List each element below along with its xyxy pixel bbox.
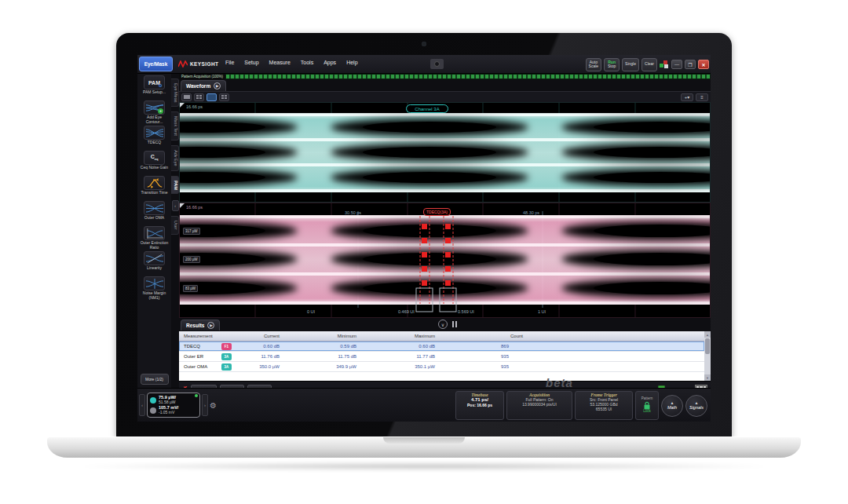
- pane-menu-icon[interactable]: ≡: [696, 93, 708, 101]
- eye-mask-mode-button[interactable]: Eye/Mask: [139, 57, 173, 71]
- sidebar-item-noise-margin[interactable]: Noise Margin (NM1): [138, 276, 170, 300]
- layout-grid-button[interactable]: [219, 93, 229, 101]
- body: PAM ⚙ PAM Setup... + Add Eye Contour... …: [137, 74, 711, 388]
- restore-button[interactable]: ❐: [685, 60, 696, 69]
- add-pane-button[interactable]: +▾: [681, 93, 693, 101]
- minimize-button[interactable]: —: [671, 60, 682, 69]
- brand-text: KEYSIGHT: [190, 61, 218, 67]
- menu-tools[interactable]: Tools: [301, 60, 313, 65]
- sidebar-item-add-eye-contour[interactable]: + Add Eye Contour...: [138, 100, 170, 124]
- tdecq-marker-badge[interactable]: TDECQ(3A): [423, 208, 451, 216]
- acquisition-progress: [225, 74, 711, 79]
- layout-stacked-button[interactable]: [207, 93, 217, 101]
- axis-label-1ui: 1 UI: [538, 309, 546, 314]
- plus-icon: +: [158, 108, 163, 114]
- col-minimum: Minimum: [286, 334, 363, 338]
- app-screen: Eye/Mask KEYSIGHT File Setup Measure Too…: [137, 55, 711, 422]
- statusbar-right-cluster: Timebase 4.71 ps/ Pos: 16.66 ps Acquisit…: [455, 391, 707, 420]
- menu-setup[interactable]: Setup: [244, 60, 258, 65]
- tab-eye-meas[interactable]: Eye Meas: [171, 79, 179, 107]
- close-button[interactable]: ✕: [698, 60, 709, 69]
- more-tools-button[interactable]: More (1/2): [141, 374, 169, 385]
- sidebar-item-pam-setup[interactable]: PAM ⚙ PAM Setup...: [138, 75, 170, 99]
- tab-mask-test[interactable]: Mask Test: [171, 111, 179, 141]
- acquisition-panel[interactable]: Acquisition Full Pattern: On 13.99000034…: [506, 391, 572, 420]
- collapse-results-icon[interactable]: ∨: [438, 320, 448, 329]
- eye-diagram-channel-3a[interactable]: 16.66 ps Channel 3A: [179, 102, 711, 203]
- play-icon[interactable]: ▶: [207, 322, 214, 329]
- chevron-left-icon[interactable]: ‹: [139, 394, 145, 416]
- tab-user[interactable]: User: [171, 216, 179, 235]
- pin-results-icon[interactable]: [452, 321, 457, 327]
- acquisition-label: Pattern Acquisition (100%): [179, 74, 225, 79]
- scroll-up-icon[interactable]: ▲: [704, 331, 711, 338]
- eye-diagram-tdecq[interactable]: 16.66 ps 30.50 ps 48.30 ps TDECQ(3A) 317…: [179, 203, 711, 318]
- menu-file[interactable]: File: [225, 60, 234, 65]
- pattern-lock-button[interactable]: Pattern Lock: [635, 391, 659, 420]
- tab-pam[interactable]: PAM: [171, 176, 179, 195]
- tab-adv-eye[interactable]: Adv Eye: [171, 145, 179, 170]
- sidebar-item-ceq-noise-gain[interactable]: Ceq Ceq Noise Gain: [138, 151, 170, 174]
- table-row-outer-er[interactable]: Outer ER 3A 11.76 dB 11.75 dB 11.77 dB 9…: [179, 352, 704, 362]
- gear-icon[interactable]: ⚙: [210, 401, 217, 410]
- waveform-tab[interactable]: Waveform ▶: [181, 80, 226, 91]
- axis-label-0469ui: 0.469 UI: [398, 309, 415, 314]
- cyan-eye-plot: [180, 103, 710, 202]
- threshold-label-middle: 200 µW: [183, 256, 200, 263]
- laptop-shadow: [71, 462, 777, 471]
- layout-quad-button[interactable]: [194, 93, 204, 101]
- sidebar-item-outer-oma[interactable]: Outer OMA: [138, 201, 170, 225]
- sidebar-item-transition-time[interactable]: Transition Time: [138, 176, 170, 199]
- layout-single-button[interactable]: [181, 93, 192, 101]
- webcam-dot: [422, 42, 426, 46]
- linearity-icon: [146, 254, 163, 264]
- marker-left-label: 30.50 ps: [345, 210, 361, 215]
- status-bar: beta ‹ 75.9 µW/51.58 µW 105.7 mV/-1.05 m…: [137, 388, 711, 422]
- table-row-outer-oma[interactable]: Outer OMA 3A 350.0 µW 349.9 µW 350.1 µW …: [179, 362, 704, 372]
- timebase-panel[interactable]: Timebase 4.71 ps/ Pos: 16.66 ps: [455, 391, 504, 420]
- channel-3a-badge[interactable]: Channel 3A: [406, 104, 448, 113]
- top-graph-timebase-label: 16.66 ps: [186, 104, 203, 109]
- channel-status-group: ‹ 75.9 µW/51.58 µW 105.7 mV/-1.05 mV › ⚙: [139, 393, 217, 418]
- pattern-acquisition-bar: Pattern Acquisition (100%): [179, 74, 711, 79]
- menu-measure[interactable]: Measure: [269, 60, 291, 65]
- bottom-graph-timebase-label: 16.66 ps: [186, 205, 203, 210]
- chevron-right-icon[interactable]: ›: [202, 394, 208, 416]
- results-scrollbar[interactable]: ▲ ▼: [704, 331, 711, 381]
- pane-corner-marker: [180, 103, 185, 108]
- menu-help[interactable]: Help: [346, 60, 357, 65]
- transition-time-icon: [146, 178, 163, 188]
- sidebar-item-linearity[interactable]: Linearity: [138, 251, 170, 275]
- axis-label-0ui: 0 UI: [307, 309, 315, 314]
- tdecq-icon: [146, 128, 163, 138]
- pink-eye-plot: [180, 203, 710, 317]
- signals-button[interactable]: ▲ Signals: [685, 395, 707, 417]
- scroll-down-icon[interactable]: ▼: [704, 374, 711, 381]
- results-tab[interactable]: Results ▶: [181, 320, 220, 331]
- sidebar: PAM ⚙ PAM Setup... + Add Eye Contour... …: [137, 74, 171, 388]
- col-measurement: Measurement: [179, 334, 239, 338]
- marker-right-label: 48.30 ps: [523, 210, 539, 215]
- run-stop-button[interactable]: RunStop: [604, 58, 620, 71]
- frame-trigger-panel[interactable]: Frame Trigger Src: Front Panel 53.125000…: [575, 391, 633, 420]
- outer-er-icon: [146, 228, 163, 239]
- channel-scale-panel[interactable]: 75.9 µW/51.58 µW 105.7 mV/-1.05 mV: [147, 393, 200, 418]
- table-row-tdecq[interactable]: TDECQ F1 0.60 dB 0.59 dB 0.60 dB 869: [179, 341, 704, 352]
- math-button[interactable]: ▲ Math: [661, 395, 683, 417]
- scroll-thumb[interactable]: [705, 338, 710, 354]
- camera-icon[interactable]: [430, 59, 444, 69]
- status-led: [195, 394, 198, 397]
- keysight-spark-icon: [178, 60, 188, 68]
- collapse-chevron-icon[interactable]: ‹: [172, 200, 179, 211]
- sidebar-item-tdecq[interactable]: TDECQ: [138, 126, 170, 149]
- threshold-label-lower: 83 µW: [183, 285, 198, 292]
- play-icon[interactable]: ▶: [214, 82, 221, 89]
- channel-3a-dot: [150, 397, 156, 404]
- single-button[interactable]: Single: [622, 58, 639, 71]
- main-area: Pattern Acquisition (100%) Waveform ▶: [179, 74, 711, 388]
- sidebar-item-outer-extinction-ratio[interactable]: Outer Extinction Ratio: [138, 226, 170, 250]
- layout-toolbar: +▾ ≡: [179, 91, 711, 102]
- auto-scale-button[interactable]: AutoScale: [586, 58, 602, 71]
- menu-apps[interactable]: Apps: [323, 60, 336, 65]
- clear-button[interactable]: Clear: [641, 58, 657, 71]
